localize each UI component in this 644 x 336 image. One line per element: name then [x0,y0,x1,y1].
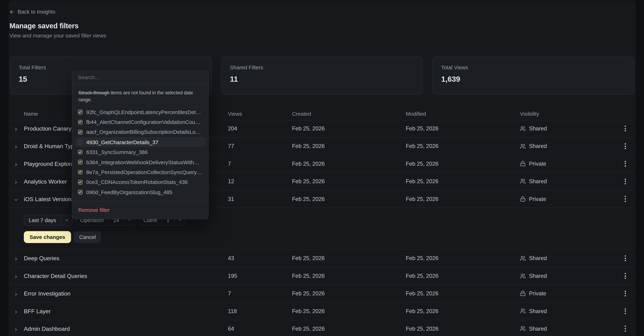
row-created: Feb 25, 2026 [292,126,325,132]
row-expander-chevron-icon[interactable] [13,179,18,184]
table-row[interactable]: Character Detail Queries 195 Feb 25, 202… [10,267,634,285]
row-expander-chevron-icon[interactable] [13,196,18,202]
check-icon [78,171,82,174]
row-menu-kebab-icon[interactable] [622,307,629,315]
row-expander-chevron-icon[interactable] [13,309,18,314]
item-checkbox[interactable] [78,130,82,134]
page-subtitle: View and manage your saved filter views [10,32,106,38]
editor-actions: Save changes Cancel [24,231,101,243]
row-views: 7 [228,291,231,297]
row-views: 195 [228,273,237,279]
row-menu-kebab-icon[interactable] [622,125,629,132]
dropdown-item-list: 92fc_GraphQLEndpointLatencyPercentilesDe… [74,107,206,197]
back-to-insights-link[interactable]: Back to Insights [9,8,55,15]
item-label: aacf_OrganizationBillingSubscriptionDeta… [86,129,202,135]
row-name: Droid & Human Types [24,143,80,150]
item-checkbox[interactable] [78,160,82,164]
stat-card-total-views: Total Views 1,639 [432,56,634,95]
item-checkbox[interactable] [78,140,82,144]
row-modified: Feb 25, 2026 [406,273,438,279]
row-visibility: Shared [520,308,547,314]
row-modified: Feb 25, 2026 [406,291,438,297]
dropdown-item[interactable]: 92fc_GraphQLEndpointLatencyPercentilesDe… [74,107,206,117]
row-views: 12 [228,178,234,184]
item-checkbox[interactable] [78,120,82,124]
stat-label: Shared Filters [230,64,414,70]
table-row[interactable]: BFF Layer 118 Feb 25, 2026 Feb 25, 2026 … [10,303,634,320]
row-name: Character Detail Queries [24,273,87,279]
row-created: Feb 25, 2026 [292,143,325,149]
row-menu-kebab-icon[interactable] [622,255,629,262]
row-visibility-label: Shared [529,126,547,132]
row-menu-kebab-icon[interactable] [622,195,629,203]
row-visibility-label: Shared [529,255,547,261]
row-menu-kebab-icon[interactable] [622,290,629,297]
row-name: Production Canary [24,125,72,132]
row-views: 77 [228,143,234,149]
stat-label: Total Filters [19,64,203,70]
row-views: 31 [228,196,234,202]
row-expander-chevron-icon[interactable] [13,256,18,261]
strikethrough-hint: Struck-through items are not found in th… [78,89,204,104]
row-views: 43 [228,255,234,261]
column-header-created: Created [292,111,311,117]
row-visibility: Shared [520,143,547,149]
save-changes-button[interactable]: Save changes [24,231,71,243]
row-created: Feb 25, 2026 [292,255,325,261]
row-menu-kebab-icon[interactable] [622,272,629,280]
stat-value: 1,639 [441,75,625,84]
item-label: 8e7a_PersistedOperationCollectionSyncQue… [86,169,202,175]
item-label: 92fc_GraphQLEndpointLatencyPercentilesDe… [86,109,202,115]
dropdown-item[interactable]: fb44_AlertChannelConfigurationValidation… [74,117,206,127]
check-icon [78,121,82,124]
app-window: Back to Insights Manage saved filters Vi… [0,0,644,336]
filter-items-dropdown: Struck-through items are not found in th… [72,70,208,219]
column-header-name: Name [24,111,38,117]
dropdown-item[interactable]: b364_IntegrationWebhookDeliveryStatusWit… [74,157,206,167]
remove-filter-button[interactable]: Remove filter [74,202,206,219]
item-checkbox[interactable] [78,110,82,114]
stat-label: Total Views [441,64,625,70]
check-icon [78,131,82,134]
dropdown-item[interactable]: 4930_GetCharacterDetails_37 [74,137,206,147]
table-row[interactable]: Error Investigation 7 Feb 25, 2026 Feb 2… [10,285,634,303]
row-menu-kebab-icon[interactable] [622,325,629,332]
arrow-left-icon [9,9,15,14]
row-visibility: Shared [520,326,547,332]
row-expander-chevron-icon[interactable] [13,161,18,166]
row-views: 64 [228,326,234,332]
cancel-button[interactable]: Cancel [74,231,101,243]
row-expander-chevron-icon[interactable] [13,291,18,296]
row-name: Analytics Worker [24,178,67,185]
dropdown-item[interactable]: 0ce3_CDNAccessTokenRotationStats_436 [74,177,206,187]
table-row[interactable]: Admin Dashboard 64 Feb 25, 2026 Feb 25, … [10,320,634,336]
dropdown-item[interactable]: 6331_SyncSummary_386 [74,147,206,157]
item-checkbox[interactable] [78,180,82,184]
check-icon [78,150,82,154]
private-lock-icon [520,161,526,167]
item-checkbox[interactable] [78,150,82,154]
row-menu-kebab-icon[interactable] [622,178,629,185]
dropdown-item[interactable]: 090d_FeedByOrganizationSlug_485 [74,187,206,197]
item-checkbox[interactable] [78,190,82,195]
row-menu-kebab-icon[interactable] [622,143,629,150]
item-checkbox[interactable] [78,170,82,174]
shared-users-icon [520,126,526,131]
search-input[interactable] [72,74,208,80]
shared-users-icon [520,256,526,261]
dropdown-item[interactable]: 8e7a_PersistedOperationCollectionSyncQue… [74,167,206,177]
filter-chip[interactable]: Last 7 days [24,215,72,226]
row-menu-kebab-icon[interactable] [622,160,629,167]
row-expander-chevron-icon[interactable] [13,144,18,149]
row-visibility-label: Shared [529,178,547,184]
row-modified: Feb 25, 2026 [406,308,438,314]
row-name: BFF Layer [24,308,51,315]
table-row[interactable]: Deep Queries 43 Feb 25, 2026 Feb 25, 202… [10,250,634,267]
row-expander-chevron-icon[interactable] [13,326,18,331]
row-visibility: Private [520,291,546,297]
row-visibility: Shared [520,178,547,184]
dropdown-item[interactable]: aacf_OrganizationBillingSubscriptionDeta… [74,127,206,137]
row-expander-chevron-icon[interactable] [13,274,18,279]
row-expander-chevron-icon[interactable] [13,126,18,131]
column-header-views: Views [228,111,242,117]
